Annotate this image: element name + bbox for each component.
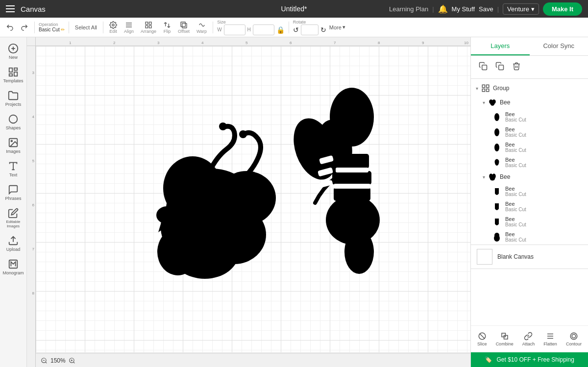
hamburger-menu[interactable]	[6, 5, 15, 12]
toolbar-separator-5	[289, 22, 289, 33]
bee-group-1: ▾ Bee Bee Basic Cut	[471, 96, 588, 170]
canvas-area[interactable]: 1 2 3 4 5 6 7 8 9 10 11 3 4 5 6 7 8	[27, 37, 470, 367]
document-title[interactable]: Untitled*	[281, 5, 307, 13]
bee-layer-icon	[492, 157, 501, 168]
attach-button[interactable]: Attach	[519, 330, 538, 348]
svg-line-52	[73, 362, 74, 363]
layer-item[interactable]: Bee Basic Cut	[471, 229, 588, 245]
select-all-button[interactable]: Select All	[73, 24, 99, 31]
promo-icon: 🏷️	[485, 356, 492, 363]
layer-item[interactable]: Bee Basic Cut	[471, 184, 588, 199]
layer-item[interactable]: Bee Basic Cut	[471, 140, 588, 155]
sidebar-item-phrases[interactable]: Phrases	[1, 181, 25, 204]
svg-rect-15	[14, 72, 17, 76]
promo-bar[interactable]: 🏷️ Get $10 OFF + Free Shipping	[471, 352, 588, 367]
sidebar-item-text[interactable]: Text	[1, 158, 25, 180]
svg-point-66	[494, 144, 499, 151]
bee-subgroup-header-2[interactable]: ▾ Bee	[471, 170, 588, 184]
sidebar-item-templates[interactable]: Templates	[1, 64, 25, 86]
notification-bell-icon[interactable]: 🔔	[438, 4, 448, 14]
bee-layer-icon	[492, 127, 501, 138]
tab-layers[interactable]: Layers	[471, 37, 530, 55]
svg-rect-14	[14, 68, 17, 71]
svg-rect-41	[336, 168, 368, 172]
sidebar-item-images[interactable]: Images	[1, 134, 25, 157]
layer-item[interactable]: Bee Basic Cut	[471, 199, 588, 214]
group-layer-header[interactable]: ▾ Group	[471, 81, 588, 96]
bee-layer-icon	[492, 232, 501, 243]
learning-plan-label[interactable]: Learning Plan	[389, 5, 428, 13]
right-panel-tabs: Layers Color Sync	[471, 37, 588, 56]
chevron-down-icon: ▾	[531, 5, 535, 13]
bee-subgroup-header-1[interactable]: ▾ Bee	[471, 96, 588, 109]
slice-button[interactable]: Slice	[474, 330, 490, 348]
sidebar-item-new[interactable]: New	[1, 40, 25, 63]
save-button[interactable]: Save	[479, 5, 493, 13]
svg-point-32	[239, 130, 247, 138]
edit-button[interactable]: Edit	[107, 20, 119, 35]
svg-point-64	[494, 113, 499, 121]
bee-layer-icon	[492, 186, 501, 197]
canvas-content	[36, 46, 470, 352]
right-panel: Layers Color Sync ▾ Group	[470, 37, 588, 367]
layer-item[interactable]: Bee Basic Cut	[471, 155, 588, 170]
chevron-icon: ▾	[483, 100, 485, 105]
offset-button[interactable]: Offset	[176, 20, 192, 35]
svg-rect-8	[181, 22, 185, 26]
rotate-cw-icon[interactable]: ↻	[320, 26, 326, 34]
zoom-out-button[interactable]	[41, 357, 48, 364]
duplicate-layer-button[interactable]	[477, 60, 490, 74]
layer-item[interactable]: Bee Basic Cut	[471, 124, 588, 140]
contour-button[interactable]: Contour	[563, 330, 585, 348]
sidebar-item-monogram[interactable]: Monogram	[1, 256, 25, 278]
delete-layer-button[interactable]	[510, 60, 523, 74]
zoom-in-button[interactable]	[69, 357, 75, 364]
main-layout: New Templates Projects Shapes Images Tex…	[0, 37, 588, 367]
blank-canvas-row[interactable]: Blank Canvas	[471, 245, 588, 269]
machine-selector[interactable]: Venture ▾	[503, 3, 539, 15]
svg-rect-57	[482, 85, 485, 87]
svg-rect-7	[149, 25, 151, 28]
align-button[interactable]: Align	[122, 20, 136, 35]
more-button[interactable]: More ▾	[329, 24, 345, 30]
ruler-left: 3 4 5 6 7 8	[27, 46, 36, 367]
height-input[interactable]	[253, 24, 274, 35]
svg-rect-13	[9, 68, 12, 72]
bee-layer-icon	[492, 201, 501, 212]
layer-item[interactable]: Bee Basic Cut	[471, 214, 588, 229]
chevron-down-icon: ▾	[343, 24, 345, 30]
svg-rect-60	[482, 89, 485, 92]
my-stuff-link[interactable]: My Stuff	[452, 5, 475, 13]
top-nav: Canvas Untitled* Learning Plan | 🔔 My St…	[0, 0, 588, 18]
layer-item[interactable]: Bee Basic Cut	[471, 109, 588, 124]
toolbar: Operation Basic Cut ✏ Select All Edit Al…	[0, 18, 588, 37]
combine-button[interactable]: Combine	[493, 330, 516, 348]
make-it-button[interactable]: Make It	[543, 2, 582, 16]
lock-icon[interactable]: 🔒	[276, 26, 285, 34]
bee-group-2: ▾ Bee Bee Basic Cut	[471, 170, 588, 245]
flatten-button[interactable]: Flatten	[540, 330, 560, 348]
width-input[interactable]	[224, 24, 245, 35]
svg-rect-16	[9, 74, 12, 76]
warp-button[interactable]: Warp	[195, 20, 209, 35]
sidebar-item-shapes[interactable]: Shapes	[1, 111, 25, 133]
blank-canvas-thumbnail	[477, 249, 492, 265]
tab-color-sync[interactable]: Color Sync	[530, 37, 588, 55]
undo-button[interactable]	[4, 23, 16, 32]
bee-artwork	[114, 71, 447, 306]
operation-selector[interactable]: Operation Basic Cut ✏	[39, 22, 65, 32]
bee-icon-1	[488, 98, 497, 107]
bee-icon-2	[488, 172, 497, 181]
sidebar-item-projects[interactable]: Projects	[1, 87, 25, 110]
redo-button[interactable]	[19, 23, 30, 32]
flip-button[interactable]: Flip	[161, 20, 173, 35]
arrange-button[interactable]: Arrange	[139, 20, 158, 35]
rotate-input[interactable]	[301, 24, 318, 35]
copy-layer-button[interactable]	[493, 60, 506, 74]
rotate-group: Rotate ↺ ↻	[293, 20, 326, 35]
paint-icon: ✏	[61, 27, 65, 32]
sidebar-item-editable-images[interactable]: Editable Images	[1, 205, 25, 231]
bee-layer-icon	[492, 112, 501, 122]
sidebar-item-upload[interactable]: Upload	[1, 232, 25, 255]
rotate-ccw-icon[interactable]: ↺	[293, 26, 299, 34]
